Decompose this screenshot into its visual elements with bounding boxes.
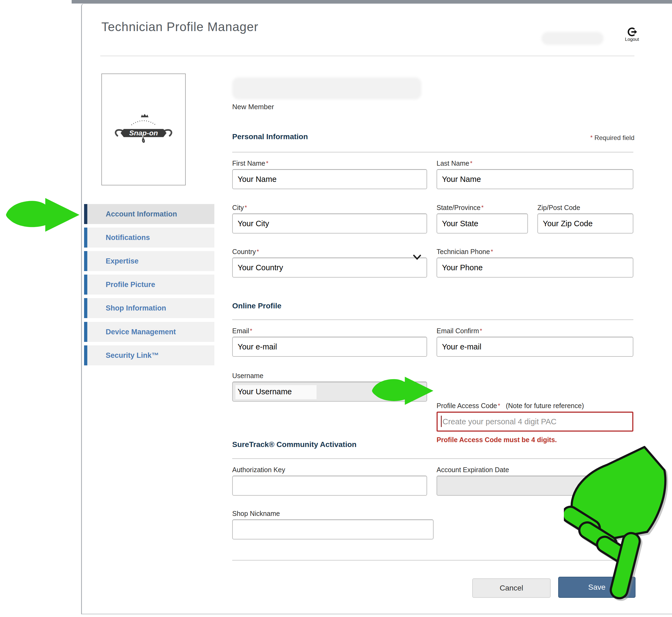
city-field: City* (232, 204, 427, 233)
pac-note: (Note for future reference) (506, 402, 584, 409)
annotation-pointing-hand-save (564, 445, 672, 602)
member-status: New Member (232, 103, 274, 111)
email-confirm-field: Email Confirm* (437, 327, 633, 357)
redacted-member-name (232, 77, 422, 99)
zip-input[interactable] (537, 213, 633, 233)
country-select[interactable] (232, 257, 427, 277)
sidebar-item-expertise[interactable]: Expertise (84, 251, 214, 271)
logout-label: Logout (619, 37, 646, 42)
email-input[interactable] (232, 337, 427, 357)
window-top-bar (71, 0, 672, 4)
last-name-field: Last Name* (437, 159, 633, 189)
authorization-key-field: Authorization Key (232, 466, 427, 496)
annotation-arrow-account-information (3, 197, 81, 233)
section-divider (232, 152, 633, 153)
sidebar-item-account-information[interactable]: Account Information (84, 204, 214, 224)
sidebar-item-device-management[interactable]: Device Management (84, 322, 214, 342)
shop-nickname-input[interactable] (232, 520, 434, 540)
logout-icon (627, 26, 637, 37)
personal-information-heading: Personal Information (232, 133, 308, 141)
email-field: Email* (232, 327, 427, 357)
state-input[interactable] (437, 213, 528, 233)
pac-error-message: Profile Access Code must be 4 digits. (437, 436, 633, 444)
phone-input[interactable] (437, 257, 633, 277)
section-divider (232, 320, 633, 320)
snapon-logo: Snap-on (110, 111, 177, 148)
country-field: Country* (232, 247, 427, 277)
last-name-input[interactable] (437, 169, 633, 189)
online-profile-heading: Online Profile (232, 301, 282, 310)
authorization-key-input[interactable] (232, 476, 427, 496)
brand-logo-box: Snap-on (101, 73, 186, 185)
sidebar-item-security-link[interactable]: Security Link™ (84, 345, 214, 365)
logout-button[interactable]: Logout (619, 26, 646, 42)
header-divider (100, 56, 635, 56)
first-name-input[interactable] (232, 169, 427, 189)
suretrack-heading: SureTrack® Community Activation (232, 440, 357, 449)
city-input[interactable] (232, 213, 427, 233)
required-field-note: * Required field (541, 134, 635, 142)
page-title: Technician Profile Manager (101, 19, 259, 34)
redacted-username (541, 32, 604, 45)
chevron-down-icon (413, 255, 421, 260)
phone-field: Technician Phone* (437, 247, 633, 277)
state-field: State/Province* (437, 204, 528, 233)
cancel-button[interactable]: Cancel (472, 578, 551, 598)
sidebar-item-shop-information[interactable]: Shop Information (84, 298, 214, 318)
sidebar-item-profile-picture[interactable]: Profile Picture (84, 274, 214, 294)
text-cursor (441, 416, 442, 427)
pac-input[interactable] (437, 412, 633, 432)
shop-nickname-field: Shop Nickname (232, 509, 434, 540)
svg-text:Snap-on: Snap-on (129, 129, 158, 137)
first-name-field: First Name* (232, 159, 427, 189)
email-confirm-input[interactable] (437, 337, 633, 357)
annotation-arrow-profile-access-code (367, 376, 437, 406)
technician-profile-manager-page: { "ui": { "required_mark": "*" }, "heade… (0, 0, 672, 617)
profile-access-code-field: Profile Access Code* (Note for future re… (437, 402, 633, 444)
sidebar-item-notifications[interactable]: Notifications (84, 228, 214, 247)
zip-field: Zip/Post Code (537, 204, 633, 233)
